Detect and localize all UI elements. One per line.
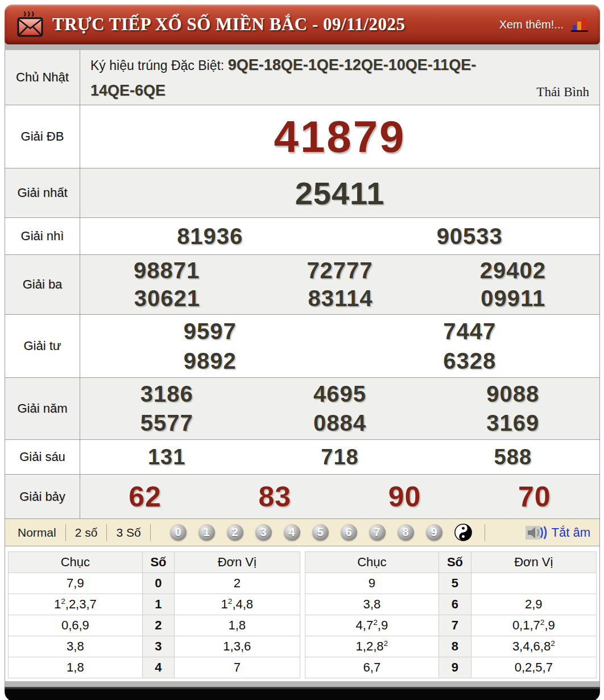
speaker-icon <box>526 525 547 541</box>
digit-cell: 5 <box>439 573 471 594</box>
digit-ball-6[interactable]: 6 <box>341 524 357 541</box>
digit-table-row: 6,790,2,5,7 <box>305 657 597 678</box>
prize-number-line: 95977447 <box>80 316 599 346</box>
prize-number: 9892 <box>184 348 237 374</box>
prize-row-ba: Giải ba988717277729402306218311409911 <box>5 255 599 315</box>
digit-table-row: 1,847 <box>9 657 300 678</box>
digit-ball-7[interactable]: 7 <box>369 524 386 541</box>
digit-tables: ChụcSốĐơn Vị7,90212,2,3,7112,4,80,6,921,… <box>5 546 599 681</box>
prize-number: 62 <box>129 480 162 513</box>
units-cell: 1,8 <box>175 615 300 636</box>
tens-cell: 9 <box>305 573 439 594</box>
digit-cell: 4 <box>142 657 174 678</box>
special-sign-cell: Ký hiệu trúng Đặc Biệt: 9QE-18QE-1QE-12Q… <box>80 50 599 105</box>
prize-number: 4695 <box>313 381 366 407</box>
digit-ball-9[interactable]: 9 <box>426 524 442 541</box>
divider <box>150 524 151 541</box>
prize-number-line: 306218311409911 <box>80 285 599 312</box>
digit-table-header: Đơn Vị <box>471 552 596 573</box>
divider <box>106 524 107 541</box>
mode-2so-button[interactable]: 2 số <box>72 526 101 540</box>
digit-ball-3[interactable]: 3 <box>255 524 272 541</box>
digit-table-row: 95 <box>305 573 597 594</box>
mute-label: Tắt âm <box>552 525 590 540</box>
prize-number: 83 <box>259 480 292 513</box>
see-more-link[interactable]: Xem thêm!... <box>499 18 564 31</box>
digit-table-row: 3,862,9 <box>305 594 597 615</box>
tens-cell: 4,72,9 <box>305 615 439 636</box>
prize-number-line: 988717277729402 <box>80 257 599 285</box>
digit-table-row: 7,902 <box>9 573 300 594</box>
units-cell: 0,2,5,7 <box>471 657 596 678</box>
prize-number: 3186 <box>140 381 193 407</box>
prize-number: 30621 <box>134 286 200 311</box>
digit-table-header: Đơn Vị <box>175 552 300 573</box>
digit-ball-5[interactable]: 5 <box>312 524 329 541</box>
digit-table-row: 4,72,970,1,72,9 <box>305 615 597 636</box>
yin-yang-icon[interactable] <box>454 524 472 541</box>
mute-button[interactable]: Tắt âm <box>526 525 590 541</box>
digit-table-header: Chục <box>305 552 439 573</box>
prize-number: 0884 <box>313 410 366 436</box>
prize-numbers: 25411 <box>80 168 599 217</box>
prize-number-line: 41879 <box>80 111 599 163</box>
province-name: Thái Bình <box>536 84 589 100</box>
mode-3so-button[interactable]: 3 Số <box>113 526 144 540</box>
digit-ball-1[interactable]: 1 <box>198 524 215 541</box>
bar-chart-icon[interactable] <box>570 17 589 32</box>
sign-codes-line1: 9QE-18QE-1QE-12QE-10QE-11QE- <box>228 56 477 73</box>
prize-numbers: 41879 <box>80 105 599 168</box>
prize-number: 98871 <box>134 258 200 283</box>
prize-number: 6328 <box>443 348 496 374</box>
digit-table-header: Số <box>142 552 174 573</box>
tens-cell: 7,9 <box>9 573 143 594</box>
prize-number: 588 <box>494 445 532 470</box>
digit-cell: 3 <box>142 636 174 657</box>
prize-label: Giải tư <box>5 315 80 377</box>
header-bar: TRỰC TIẾP XỔ SỐ MIỀN BẮC - 09/11/2025 Xe… <box>5 5 600 44</box>
mode-normal-button[interactable]: Normal <box>14 526 60 540</box>
tens-cell: 12,2,3,7 <box>9 594 143 615</box>
digit-table-row: 12,2,3,7112,4,8 <box>9 594 300 615</box>
prize-number: 29402 <box>480 258 546 283</box>
digit-table-row: 0,6,921,8 <box>9 615 300 636</box>
digit-cell: 7 <box>439 615 471 636</box>
digit-ball-0[interactable]: 0 <box>170 524 187 541</box>
prize-number-line: 557708843169 <box>80 409 599 438</box>
digit-cell: 8 <box>439 636 471 657</box>
units-cell: 2,9 <box>471 594 596 615</box>
units-cell: 0,1,72,9 <box>471 615 596 636</box>
prize-numbers: 8193690533 <box>80 218 599 254</box>
page-title: TRỰC TIẾP XỔ SỐ MIỀN BẮC - 09/11/2025 <box>52 14 406 35</box>
digit-ball-4[interactable]: 4 <box>284 524 300 541</box>
footer-bar <box>5 687 600 700</box>
prize-number-line: 25411 <box>80 175 599 212</box>
tens-cell: 0,6,9 <box>9 615 143 636</box>
prize-label: Giải ba <box>5 255 80 314</box>
prize-number: 90533 <box>437 224 503 249</box>
prize-row-nam: Giải năm318646959088557708843169 <box>5 378 599 440</box>
prize-number-line: 98926328 <box>80 346 599 376</box>
digit-cell: 9 <box>439 657 471 678</box>
digit-ball-8[interactable]: 8 <box>398 524 414 541</box>
prize-row-sau: Giải sáu131718588 <box>5 440 599 475</box>
prize-label: Giải nhất <box>5 168 80 217</box>
prize-number: 131 <box>148 445 185 470</box>
digit-cell: 6 <box>439 594 471 615</box>
digit-cell: 0 <box>142 573 174 594</box>
tens-cell: 6,7 <box>305 657 439 678</box>
prize-number-line: 131718588 <box>80 445 599 470</box>
prize-numbers: 9597744798926328 <box>80 315 599 377</box>
units-cell: 3,4,6,82 <box>471 636 596 657</box>
results-frame: Chủ Nhật Ký hiệu trúng Đặc Biệt: 9QE-18Q… <box>5 50 600 687</box>
prize-row-nhi: Giải nhì8193690533 <box>5 218 599 255</box>
prize-label: Giải bảy <box>5 475 80 518</box>
prize-numbers: 318646959088557708843169 <box>80 378 599 439</box>
digit-ball-2[interactable]: 2 <box>227 524 243 541</box>
digit-table-left: ChụcSốĐơn Vị7,90212,2,3,7112,4,80,6,921,… <box>8 551 300 678</box>
sign-label: Ký hiệu trúng Đặc Biệt: <box>90 58 228 73</box>
units-cell <box>471 573 596 594</box>
digit-table-right: ChụcSốĐơn Vị953,862,94,72,970,1,72,91,2,… <box>305 551 597 678</box>
prize-number: 5577 <box>140 410 193 436</box>
prize-numbers: 62839070 <box>80 475 599 518</box>
